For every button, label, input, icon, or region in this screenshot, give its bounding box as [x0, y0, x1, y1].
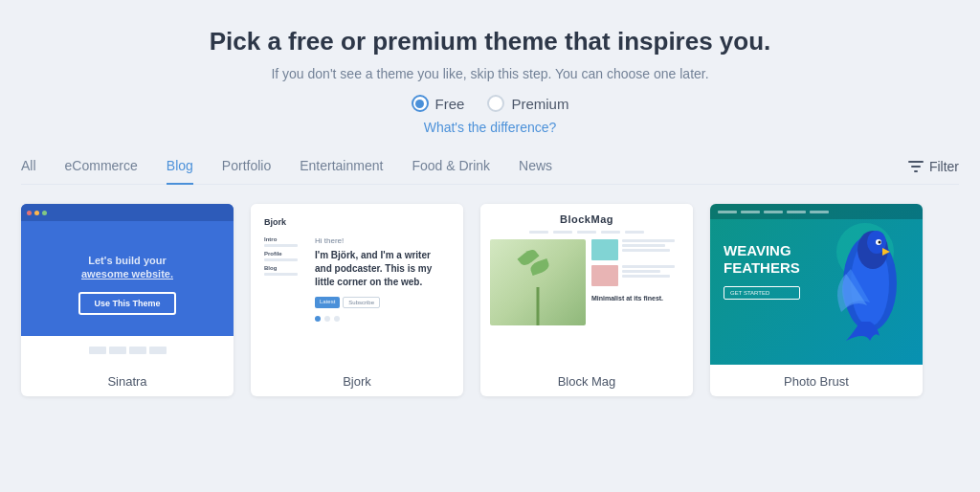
category-tabs-row: All eCommerce Blog Portfolio Entertainme…	[21, 158, 959, 185]
sinatra-dot-green	[42, 211, 47, 215]
blockmag-nav	[490, 231, 683, 234]
blockmag-content: Minimalist at its finest.	[490, 239, 683, 325]
bjork-logo: Bjork	[264, 217, 450, 227]
blockmag-preview-inner: BlockMag	[480, 204, 693, 335]
photobrust-headline-line1: WEAVING	[724, 242, 800, 259]
bjork-tags: Latest Subscribe	[315, 297, 450, 308]
svg-point-8	[879, 241, 881, 244]
theme-card-blockmag[interactable]: BlockMag	[480, 204, 693, 396]
free-radio-circle[interactable]	[412, 95, 429, 112]
premium-radio-label: Premium	[511, 96, 568, 112]
bjork-main: Hi there! I'm Björk, and I'm a writer an…	[315, 236, 450, 322]
sinatra-tagline: Let's build your awesome website.	[81, 254, 173, 281]
blockmag-article-2	[591, 265, 683, 286]
sinatra-preview-inner: Let's build your awesome website. Use Th…	[21, 204, 234, 365]
tab-portfolio[interactable]: Portfolio	[222, 158, 271, 185]
tab-all[interactable]: All	[21, 158, 36, 185]
svg-rect-2	[914, 170, 918, 172]
page-subtext: If you don't see a theme you like, skip …	[271, 66, 708, 81]
premium-radio-circle[interactable]	[487, 95, 504, 112]
photobrust-label: Photo Brust	[710, 365, 923, 396]
whats-the-difference-link[interactable]: What's the difference?	[424, 120, 557, 135]
blockmag-logo: BlockMag	[490, 213, 683, 225]
tab-blog[interactable]: Blog	[167, 158, 193, 185]
page-headline: Pick a free or premium theme that inspir…	[210, 27, 771, 56]
tab-food-drink[interactable]: Food & Drink	[412, 158, 490, 185]
free-radio-option[interactable]: Free	[412, 95, 465, 112]
bjork-dots	[315, 316, 450, 322]
bjork-label: Bjork	[251, 365, 463, 396]
category-tabs-list: All eCommerce Blog Portfolio Entertainme…	[21, 158, 908, 184]
sinatra-dot-red	[27, 211, 32, 215]
photobrust-topbar	[710, 204, 923, 219]
photobrust-headline-line2: FEATHERS	[724, 259, 800, 277]
sinatra-top-bar	[21, 204, 234, 221]
svg-rect-1	[911, 166, 921, 168]
blockmag-header: BlockMag	[490, 213, 683, 225]
bjork-greeting: Hi there!	[315, 236, 450, 245]
bjork-preview-inner: Bjork Intro Profile	[251, 204, 463, 331]
blockmag-preview-wrap: BlockMag	[480, 204, 693, 365]
blockmag-plant-image	[490, 239, 586, 325]
sinatra-preview: Let's build your awesome website. Use Th…	[21, 204, 234, 365]
bjork-preview-wrap: Bjork Intro Profile	[251, 204, 463, 365]
sinatra-dot-yellow	[34, 211, 39, 215]
premium-radio-option[interactable]: Premium	[487, 95, 568, 112]
tab-news[interactable]: News	[519, 158, 552, 185]
filter-button[interactable]: Filter	[908, 159, 959, 184]
blockmag-articles: Minimalist at its finest.	[591, 239, 683, 325]
filter-icon	[908, 161, 924, 172]
bjork-sidebar: Intro Profile Blog	[264, 236, 307, 322]
tab-ecommerce[interactable]: eCommerce	[65, 158, 138, 185]
bjork-body: Intro Profile Blog	[264, 236, 450, 322]
blockmag-label: Block Mag	[480, 365, 693, 396]
photobrust-text: WEAVING FEATHERS GET STARTED	[724, 242, 800, 300]
tab-entertainment[interactable]: Entertainment	[300, 158, 383, 185]
blockmag-article-1	[591, 239, 683, 260]
theme-card-sinatra[interactable]: Let's build your awesome website. Use Th…	[21, 204, 234, 396]
photobrust-preview-inner: WEAVING FEATHERS GET STARTED	[710, 204, 923, 365]
theme-card-bjork[interactable]: Bjork Intro Profile	[251, 204, 463, 396]
theme-type-radio-group: Free Premium	[412, 95, 569, 112]
theme-card-photobrust[interactable]: WEAVING FEATHERS GET STARTED	[710, 204, 923, 396]
svg-rect-0	[908, 161, 924, 163]
sinatra-label: Sinatra	[21, 365, 234, 396]
filter-label: Filter	[929, 159, 959, 174]
free-radio-label: Free	[435, 96, 465, 112]
sinatra-bottom-bar	[21, 336, 234, 365]
themes-grid: Let's build your awesome website. Use Th…	[21, 204, 959, 396]
photobrust-bird-image	[817, 221, 903, 346]
page-wrapper: Pick a free or premium theme that inspir…	[0, 0, 980, 492]
sinatra-use-theme-btn[interactable]: Use This Theme	[78, 292, 175, 315]
photobrust-preview-wrap: WEAVING FEATHERS GET STARTED	[710, 204, 923, 365]
blockmag-caption: Minimalist at its finest.	[591, 295, 683, 302]
bjork-description: I'm Björk, and I'm a writer and podcaste…	[315, 249, 450, 289]
